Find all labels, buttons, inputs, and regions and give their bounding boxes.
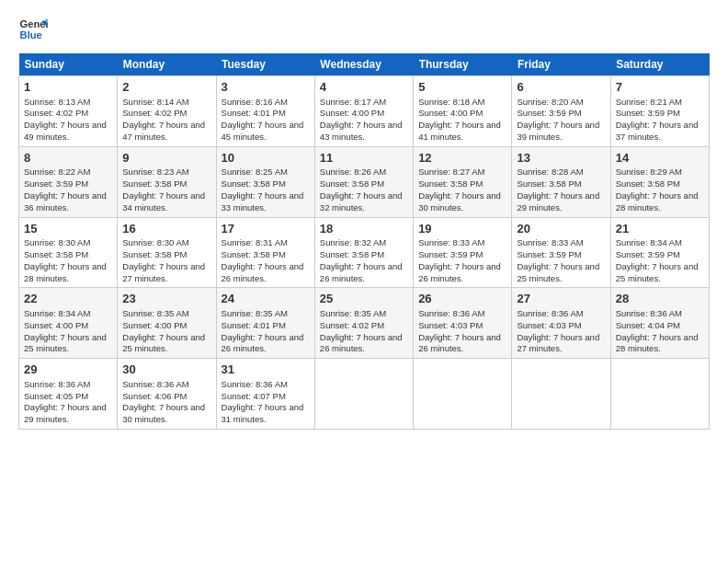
sunrise: Sunrise: 8:35 AM: [122, 308, 188, 318]
sunrise: Sunrise: 8:21 AM: [616, 97, 682, 107]
day-number: 10: [222, 150, 310, 167]
daylight: Daylight: 7 hours and 37 minutes.: [616, 120, 699, 142]
daylight: Daylight: 7 hours and 25 minutes.: [122, 332, 205, 354]
sunrise: Sunrise: 8:36 AM: [517, 308, 583, 318]
day-number: 4: [320, 79, 408, 96]
daylight: Daylight: 7 hours and 36 minutes.: [24, 190, 107, 213]
sunrise: Sunrise: 8:22 AM: [24, 167, 90, 177]
daylight: Daylight: 7 hours and 41 minutes.: [418, 120, 501, 142]
sunset: Sunset: 3:59 PM: [418, 249, 483, 259]
empty-cell: [610, 359, 709, 430]
calendar-header-row: Sunday Monday Tuesday Wednesday Thursday…: [19, 53, 710, 76]
daylight: Daylight: 7 hours and 39 minutes.: [517, 120, 599, 142]
day-number: 6: [517, 79, 605, 96]
day-number: 5: [418, 79, 506, 96]
sunset: Sunset: 3:58 PM: [320, 178, 384, 189]
sunset: Sunset: 4:00 PM: [418, 108, 483, 118]
table-row: 5 Sunrise: 8:18 AM Sunset: 4:00 PM Dayli…: [414, 76, 512, 147]
header-tuesday: Tuesday: [216, 53, 314, 76]
daylight: Daylight: 7 hours and 26 minutes.: [222, 332, 304, 354]
sunrise: Sunrise: 8:34 AM: [616, 237, 682, 247]
daylight: Daylight: 7 hours and 31 minutes.: [222, 402, 304, 424]
sunset: Sunset: 4:06 PM: [122, 391, 187, 401]
daylight: Daylight: 7 hours and 28 minutes.: [616, 332, 699, 354]
day-number: 21: [616, 221, 704, 237]
day-number: 24: [222, 291, 310, 307]
calendar-week-3: 15 Sunrise: 8:30 AM Sunset: 3:58 PM Dayl…: [19, 217, 710, 288]
daylight: Daylight: 7 hours and 28 minutes.: [24, 261, 107, 283]
sunrise: Sunrise: 8:36 AM: [418, 308, 484, 318]
daylight: Daylight: 7 hours and 32 minutes.: [320, 190, 403, 213]
sunset: Sunset: 3:58 PM: [222, 178, 286, 189]
sunrise: Sunrise: 8:31 AM: [222, 237, 288, 247]
sunset: Sunset: 3:58 PM: [616, 178, 680, 189]
daylight: Daylight: 7 hours and 26 minutes.: [320, 261, 403, 283]
header-sunday: Sunday: [19, 53, 118, 76]
table-row: 6 Sunrise: 8:20 AM Sunset: 3:59 PM Dayli…: [512, 76, 610, 147]
sunrise: Sunrise: 8:30 AM: [122, 237, 188, 247]
sunset: Sunset: 4:03 PM: [517, 320, 581, 330]
header-thursday: Thursday: [414, 53, 512, 76]
sunset: Sunset: 4:03 PM: [418, 320, 483, 330]
sunrise: Sunrise: 8:36 AM: [222, 379, 288, 389]
day-number: 12: [418, 150, 506, 167]
day-number: 15: [24, 221, 112, 237]
logo: General Blue: [18, 15, 53, 44]
table-row: 18 Sunrise: 8:32 AM Sunset: 3:58 PM Dayl…: [314, 217, 413, 288]
calendar-week-2: 8 Sunrise: 8:22 AM Sunset: 3:59 PM Dayli…: [19, 146, 710, 217]
sunset: Sunset: 3:59 PM: [616, 249, 680, 259]
table-row: 3 Sunrise: 8:16 AM Sunset: 4:01 PM Dayli…: [216, 76, 314, 147]
sunset: Sunset: 3:59 PM: [24, 178, 88, 189]
table-row: 31 Sunrise: 8:36 AM Sunset: 4:07 PM Dayl…: [216, 359, 314, 430]
daylight: Daylight: 7 hours and 25 minutes.: [24, 332, 107, 354]
daylight: Daylight: 7 hours and 27 minutes.: [122, 261, 205, 283]
sunrise: Sunrise: 8:20 AM: [517, 97, 583, 107]
daylight: Daylight: 7 hours and 43 minutes.: [320, 120, 403, 142]
sunset: Sunset: 3:58 PM: [320, 249, 384, 259]
day-number: 31: [222, 362, 310, 378]
table-row: 8 Sunrise: 8:22 AM Sunset: 3:59 PM Dayli…: [19, 146, 118, 217]
table-row: 7 Sunrise: 8:21 AM Sunset: 3:59 PM Dayli…: [610, 76, 709, 147]
empty-cell: [512, 359, 610, 430]
daylight: Daylight: 7 hours and 34 minutes.: [122, 190, 205, 213]
daylight: Daylight: 7 hours and 29 minutes.: [517, 190, 599, 213]
daylight: Daylight: 7 hours and 30 minutes.: [418, 190, 501, 213]
table-row: 20 Sunrise: 8:33 AM Sunset: 3:59 PM Dayl…: [512, 217, 610, 288]
table-row: 26 Sunrise: 8:36 AM Sunset: 4:03 PM Dayl…: [414, 288, 512, 359]
daylight: Daylight: 7 hours and 28 minutes.: [616, 190, 699, 213]
header-monday: Monday: [118, 53, 216, 76]
table-row: 17 Sunrise: 8:31 AM Sunset: 3:58 PM Dayl…: [216, 217, 314, 288]
table-row: 24 Sunrise: 8:35 AM Sunset: 4:01 PM Dayl…: [216, 288, 314, 359]
empty-cell: [314, 359, 413, 430]
sunrise: Sunrise: 8:25 AM: [222, 167, 288, 177]
daylight: Daylight: 7 hours and 33 minutes.: [222, 190, 304, 213]
sunrise: Sunrise: 8:28 AM: [517, 167, 583, 177]
calendar-week-4: 22 Sunrise: 8:34 AM Sunset: 4:00 PM Dayl…: [19, 288, 710, 359]
table-row: 12 Sunrise: 8:27 AM Sunset: 3:58 PM Dayl…: [414, 146, 512, 217]
day-number: 23: [122, 291, 210, 307]
table-row: 22 Sunrise: 8:34 AM Sunset: 4:00 PM Dayl…: [19, 288, 118, 359]
daylight: Daylight: 7 hours and 45 minutes.: [222, 120, 304, 142]
sunset: Sunset: 4:00 PM: [122, 320, 187, 330]
daylight: Daylight: 7 hours and 25 minutes.: [517, 261, 599, 283]
sunset: Sunset: 3:59 PM: [616, 108, 680, 118]
table-row: 11 Sunrise: 8:26 AM Sunset: 3:58 PM Dayl…: [314, 146, 413, 217]
daylight: Daylight: 7 hours and 47 minutes.: [122, 120, 205, 142]
sunrise: Sunrise: 8:17 AM: [320, 97, 386, 107]
table-row: 10 Sunrise: 8:25 AM Sunset: 3:58 PM Dayl…: [216, 146, 314, 217]
table-row: 1 Sunrise: 8:13 AM Sunset: 4:02 PM Dayli…: [19, 76, 118, 147]
table-row: 23 Sunrise: 8:35 AM Sunset: 4:00 PM Dayl…: [118, 288, 216, 359]
daylight: Daylight: 7 hours and 49 minutes.: [24, 120, 107, 142]
table-row: 15 Sunrise: 8:30 AM Sunset: 3:58 PM Dayl…: [19, 217, 118, 288]
day-number: 18: [320, 221, 408, 237]
header-saturday: Saturday: [610, 53, 709, 76]
daylight: Daylight: 7 hours and 26 minutes.: [418, 261, 501, 283]
table-row: 4 Sunrise: 8:17 AM Sunset: 4:00 PM Dayli…: [314, 76, 413, 147]
sunset: Sunset: 4:02 PM: [24, 108, 88, 118]
sunset: Sunset: 3:58 PM: [122, 249, 187, 259]
sunset: Sunset: 3:59 PM: [517, 108, 581, 118]
sunrise: Sunrise: 8:36 AM: [122, 379, 188, 389]
daylight: Daylight: 7 hours and 26 minutes.: [320, 332, 403, 354]
day-number: 14: [616, 150, 704, 167]
sunset: Sunset: 3:58 PM: [418, 178, 483, 189]
